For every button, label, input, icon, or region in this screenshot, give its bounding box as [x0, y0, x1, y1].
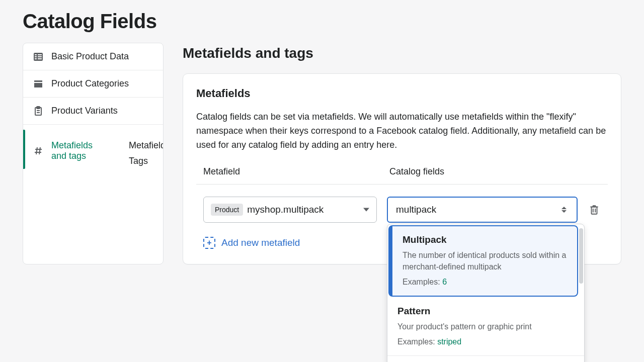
dropdown-option-examples: Examples: 6 — [403, 278, 567, 287]
sidebar-item-basic-product-data[interactable]: Basic Product Data — [23, 43, 163, 70]
sidebar-subitem-metafields[interactable]: Metafields — [129, 138, 164, 153]
metafields-card: Metafields Catalog fields can be set via… — [183, 73, 621, 264]
dropdown-option-pattern[interactable]: Pattern Your product's pattern or graphi… — [387, 298, 584, 356]
sidebar: Basic Product Data Product Categories Pr… — [23, 43, 164, 264]
clipboard-icon — [33, 106, 43, 116]
section-title: Metafields and tags — [183, 45, 621, 61]
column-header-catalog: Catalog fields — [389, 166, 601, 177]
plus-dashed-icon: + — [203, 237, 215, 249]
metafield-value: myshop.multipack — [247, 204, 324, 215]
svg-line-16 — [39, 147, 40, 154]
svg-rect-2 — [38, 54, 42, 55]
svg-rect-1 — [35, 54, 37, 55]
card-description: Catalog fields can be set via metafields… — [196, 110, 608, 152]
dropdown-option-multipack[interactable]: Multipack The number of identical produc… — [388, 225, 578, 297]
sidebar-item-product-variants[interactable]: Product Variants — [23, 98, 163, 125]
svg-line-15 — [36, 147, 37, 154]
card-title: Metafields — [196, 87, 608, 100]
sidebar-item-label: Product Categories — [51, 78, 129, 89]
dropdown-option-desc: Your product's pattern or graphic print — [397, 321, 574, 332]
svg-rect-6 — [38, 58, 42, 59]
page-title: Catalog Fields — [23, 10, 621, 33]
svg-rect-3 — [35, 56, 37, 57]
main-content: Metafields and tags Metafields Catalog f… — [183, 43, 621, 264]
sidebar-item-product-categories[interactable]: Product Categories — [23, 70, 163, 98]
svg-rect-17 — [592, 207, 597, 214]
svg-rect-8 — [34, 83, 42, 87]
select-arrows-icon — [561, 207, 567, 213]
svg-rect-7 — [34, 80, 42, 82]
list-icon — [33, 52, 43, 62]
catalog-field-value: multipack — [396, 204, 436, 215]
hash-icon — [33, 146, 43, 156]
add-metafield-label: Add new metafield — [221, 237, 300, 248]
scope-pill: Product — [211, 204, 243, 216]
table-header: Metafield Catalog fields — [196, 166, 608, 185]
catalog-field-select[interactable]: multipack — [387, 197, 578, 223]
svg-rect-10 — [37, 107, 40, 109]
scrollbar[interactable] — [579, 228, 583, 284]
catalog-field-dropdown: Multipack The number of identical produc… — [387, 224, 585, 362]
metafield-select[interactable]: Product myshop.multipack — [203, 197, 377, 223]
delete-button[interactable] — [588, 203, 601, 216]
chevron-down-icon — [363, 208, 369, 211]
sidebar-item-metafields-tags[interactable]: Metafields and tags Metafields Tags — [23, 125, 163, 174]
dropdown-option-title: Multipack — [403, 234, 567, 245]
dropdown-option-title: Pattern — [397, 306, 574, 317]
stack-icon — [33, 79, 43, 89]
sidebar-item-label: Product Variants — [51, 106, 118, 116]
table-row: Product myshop.multipack multipack — [196, 197, 608, 223]
svg-rect-4 — [38, 56, 42, 57]
sidebar-item-label: Basic Product Data — [51, 51, 129, 62]
dropdown-option-desc: The number of identical products sold wi… — [403, 249, 567, 273]
dropdown-option-pause[interactable]: Pause — [387, 356, 584, 362]
sidebar-item-label: Metafields and tags — [51, 140, 93, 161]
svg-rect-5 — [35, 58, 37, 59]
column-header-metafield: Metafield — [203, 166, 389, 177]
dropdown-option-examples: Examples: striped — [397, 337, 574, 346]
sidebar-subitem-tags[interactable]: Tags — [129, 153, 164, 169]
